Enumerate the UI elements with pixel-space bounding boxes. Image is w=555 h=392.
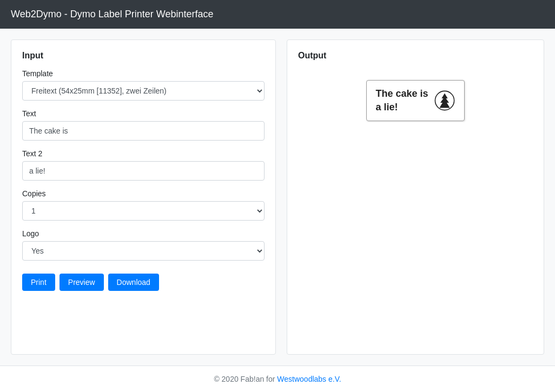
text-group: Text [22, 109, 265, 141]
input-panel: Input Template Freitext (54x25mm [11352]… [11, 39, 276, 355]
preview-button[interactable]: Preview [60, 274, 104, 291]
label-text-block: The cake is a lie! [375, 88, 428, 113]
download-button[interactable]: Download [108, 274, 159, 291]
logo-group: Logo Yes No [22, 229, 265, 261]
copies-group: Copies 1 2 3 4 5 [22, 189, 265, 221]
app-header: Web2Dymo - Dymo Label Printer Webinterfa… [0, 0, 555, 29]
text2-input[interactable] [22, 161, 265, 181]
action-buttons: Print Preview Download [22, 274, 265, 291]
text2-group: Text 2 [22, 149, 265, 181]
template-group: Template Freitext (54x25mm [11352], zwei… [22, 69, 265, 101]
label-logo-icon [434, 90, 455, 111]
label-line-2: a lie! [375, 102, 428, 113]
text-label: Text [22, 109, 265, 118]
input-panel-title: Input [22, 51, 265, 61]
copies-select[interactable]: 1 2 3 4 5 [22, 201, 265, 221]
page-footer: © 2020 Fab!an for Westwoodlabs e.V. [0, 366, 555, 392]
main-content: Input Template Freitext (54x25mm [11352]… [0, 29, 555, 366]
logo-select[interactable]: Yes No [22, 241, 265, 261]
print-button[interactable]: Print [22, 274, 55, 291]
svg-marker-1 [439, 93, 450, 108]
label-preview: The cake is a lie! [366, 80, 464, 121]
text-input[interactable] [22, 121, 265, 141]
output-panel: Output The cake is a lie! [287, 39, 544, 355]
output-panel-title: Output [298, 51, 533, 61]
copies-label: Copies [22, 189, 265, 198]
output-area: The cake is a lie! [298, 69, 533, 177]
logo-label: Logo [22, 229, 265, 238]
label-line-1: The cake is [375, 88, 428, 99]
template-select[interactable]: Freitext (54x25mm [11352], zwei Zeilen) [22, 81, 265, 101]
app-title: Web2Dymo - Dymo Label Printer Webinterfa… [11, 9, 213, 19]
footer-link[interactable]: Westwoodlabs e.V. [277, 375, 341, 383]
template-label: Template [22, 69, 265, 78]
text2-label: Text 2 [22, 149, 265, 158]
footer-text: © 2020 Fab!an for [214, 375, 277, 383]
